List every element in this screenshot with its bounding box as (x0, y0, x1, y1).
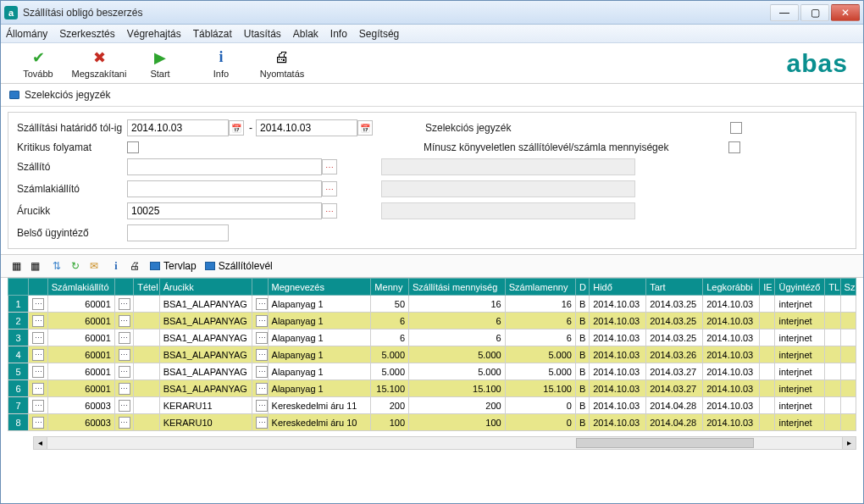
row-lookup-2[interactable]: ⋯ (114, 296, 133, 313)
info-button[interactable]: iInfo (191, 48, 252, 79)
row-lookup-2[interactable]: ⋯ (114, 380, 133, 397)
col-rownum[interactable] (8, 279, 29, 296)
cell-megnevezes[interactable]: Alapanyag 1 (268, 330, 371, 346)
cell-szamlakiallito[interactable]: 60001 (47, 313, 114, 330)
menu-tablazat[interactable]: Táblázat (193, 28, 232, 40)
szamlakiallito-input[interactable] (127, 180, 322, 197)
nyomtatas-button[interactable]: 🖨Nyomtatás (252, 48, 313, 79)
print-small-icon[interactable]: 🖨 (128, 259, 141, 273)
cell-szamlakiallito[interactable]: 60001 (47, 363, 114, 380)
cell-tl[interactable] (825, 313, 840, 330)
szallitolevel-button[interactable]: Szállítólevél (205, 260, 273, 272)
cell-legkorabbi[interactable]: 2014.10.03 (703, 397, 760, 414)
cell-szamlamenny[interactable]: 6 (505, 330, 575, 346)
menu-utasitas[interactable]: Utasítás (244, 28, 281, 40)
horizontal-scrollbar[interactable]: ◂ ▸ (33, 436, 856, 450)
cell-tetel[interactable] (134, 397, 159, 414)
mail-icon[interactable]: ✉ (87, 259, 101, 273)
cell-menny[interactable]: 5.000 (371, 346, 409, 363)
cell-megnevezes[interactable]: Kereskedelmi áru 10 (268, 414, 371, 431)
cell-d[interactable]: B (575, 380, 589, 397)
col-szamlakiallito[interactable]: Számlakiállító (47, 279, 114, 296)
table-row[interactable]: 2⋯60001⋯BSA1_ALAPANYAG⋯Alapanyag 1666B20… (8, 313, 856, 330)
cell-ie[interactable] (760, 346, 775, 363)
col-ie[interactable]: IE (760, 279, 775, 296)
cell-hido[interactable]: 2014.10.03 (590, 346, 646, 363)
col-icon3[interactable] (252, 279, 268, 296)
row-lookup-3[interactable]: ⋯ (252, 330, 268, 346)
tovabb-button[interactable]: ✔Tovább (8, 48, 69, 79)
szelekcios-checkbox[interactable] (730, 122, 742, 134)
cell-szamlamenny[interactable]: 6 (505, 313, 575, 330)
cell-arucikk[interactable]: KERARU10 (159, 414, 252, 431)
cell-d[interactable]: B (575, 397, 589, 414)
scroll-thumb[interactable] (576, 438, 754, 448)
cell-megnevezes[interactable]: Alapanyag 1 (268, 380, 371, 397)
table-row[interactable]: 6⋯60001⋯BSA1_ALAPANYAG⋯Alapanyag 115.100… (8, 380, 856, 397)
belso-input[interactable] (127, 224, 229, 241)
cell-tart[interactable]: 2014.03.25 (646, 330, 703, 346)
cell-szamlakiallito[interactable]: 60001 (47, 296, 114, 313)
cell-tl[interactable] (825, 380, 840, 397)
row-lookup-3[interactable]: ⋯ (252, 296, 268, 313)
cell-hido[interactable]: 2014.10.03 (590, 330, 646, 346)
cell-tart[interactable]: 2014.04.28 (646, 397, 703, 414)
cell-ie[interactable] (760, 330, 775, 346)
cell-legkorabbi[interactable]: 2014.10.03 (703, 313, 760, 330)
cell-sz[interactable] (840, 330, 856, 346)
cell-tl[interactable] (825, 296, 840, 313)
scroll-left-icon[interactable]: ◂ (34, 437, 47, 449)
cell-szamlakiallito[interactable]: 60001 (47, 330, 114, 346)
cell-sz[interactable] (840, 363, 856, 380)
cell-szamlamenny[interactable]: 5.000 (505, 346, 575, 363)
date-to-input[interactable] (256, 119, 357, 136)
info-small-icon[interactable]: i (109, 259, 123, 273)
cell-szamlamenny[interactable]: 0 (505, 397, 575, 414)
cell-menny[interactable]: 6 (371, 330, 409, 346)
scroll-right-icon[interactable]: ▸ (842, 437, 856, 449)
row-lookup-2[interactable]: ⋯ (114, 414, 133, 431)
table-tool-2-icon[interactable]: ▦ (28, 259, 42, 273)
row-lookup-1[interactable]: ⋯ (29, 313, 47, 330)
cell-tart[interactable]: 2014.03.27 (646, 380, 703, 397)
minusz-checkbox[interactable] (728, 141, 740, 153)
minimize-button[interactable]: — (770, 4, 799, 21)
date-from-input[interactable] (127, 119, 229, 136)
close-button[interactable]: ✕ (831, 4, 860, 21)
cell-szallmenny[interactable]: 16 (409, 296, 506, 313)
cell-tl[interactable] (825, 330, 840, 346)
cell-arucikk[interactable]: KERARU11 (159, 397, 252, 414)
cell-szamlakiallito[interactable]: 60003 (47, 414, 114, 431)
cell-sz[interactable] (840, 414, 856, 431)
cell-arucikk[interactable]: BSA1_ALAPANYAG (159, 380, 252, 397)
maximize-button[interactable]: ▢ (800, 4, 829, 21)
arucikk-lookup-icon[interactable]: ⋯ (322, 203, 337, 219)
cell-ie[interactable] (760, 380, 775, 397)
row-lookup-3[interactable]: ⋯ (252, 346, 268, 363)
col-menny[interactable]: Menny (371, 279, 409, 296)
cell-legkorabbi[interactable]: 2014.10.03 (703, 363, 760, 380)
kritikus-checkbox[interactable] (127, 141, 139, 153)
cell-szallmenny[interactable]: 5.000 (409, 363, 506, 380)
row-lookup-3[interactable]: ⋯ (252, 313, 268, 330)
cell-hido[interactable]: 2014.10.03 (590, 313, 646, 330)
cell-tart[interactable]: 2014.03.26 (646, 346, 703, 363)
cell-szallmenny[interactable]: 100 (409, 414, 506, 431)
cell-ie[interactable] (760, 296, 775, 313)
row-lookup-1[interactable]: ⋯ (29, 346, 47, 363)
cell-arucikk[interactable]: BSA1_ALAPANYAG (159, 313, 252, 330)
cell-szallmenny[interactable]: 6 (409, 330, 506, 346)
cell-hido[interactable]: 2014.10.03 (590, 397, 646, 414)
cell-d[interactable]: B (575, 330, 589, 346)
cell-legkorabbi[interactable]: 2014.10.03 (703, 330, 760, 346)
cell-ie[interactable] (760, 414, 775, 431)
col-szamlamenny[interactable]: Számlamenny (505, 279, 575, 296)
cell-tetel[interactable] (134, 363, 159, 380)
szallito-input[interactable] (127, 158, 322, 175)
cell-arucikk[interactable]: BSA1_ALAPANYAG (159, 296, 252, 313)
cell-legkorabbi[interactable]: 2014.10.03 (703, 380, 760, 397)
cell-legkorabbi[interactable]: 2014.10.03 (703, 346, 760, 363)
cell-szamlakiallito[interactable]: 60003 (47, 397, 114, 414)
col-tl[interactable]: TL (825, 279, 840, 296)
cell-tart[interactable]: 2014.03.25 (646, 313, 703, 330)
